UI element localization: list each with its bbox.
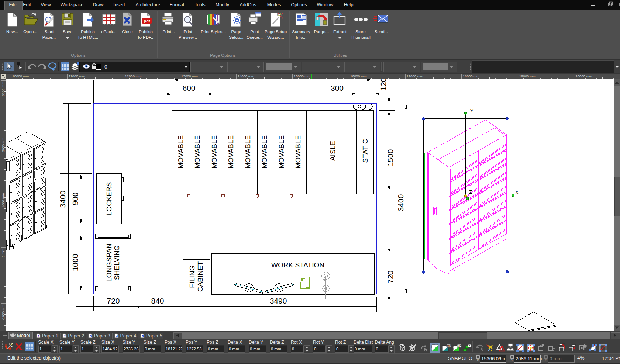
svg-text:MOVABLE: MOVABLE [278, 135, 285, 169]
svg-text:17000 mm: 17000 mm [407, 74, 423, 78]
svg-text:12000 mm: 12000 mm [125, 74, 142, 78]
svg-text:13000 mm: 13000 mm [181, 74, 198, 78]
svg-text:X: X [477, 358, 479, 361]
svg-text:MOVABLE: MOVABLE [244, 135, 252, 169]
svg-text:840: 840 [151, 297, 164, 305]
svg-text:720: 720 [107, 297, 120, 305]
svg-text:WORK STATION: WORK STATION [271, 261, 324, 269]
svg-text:Z: Z [469, 189, 472, 195]
svg-text:MOVABLE: MOVABLE [177, 135, 185, 169]
svg-text:900: 900 [71, 192, 79, 205]
svg-text:FILING: FILING [188, 265, 196, 288]
svg-text:10000 mm: 10000 mm [12, 74, 29, 78]
svg-text:4: 4 [116, 334, 118, 338]
svg-text:LONGSPAN: LONGSPAN [105, 243, 113, 282]
svg-text:STATIC: STATIC [361, 139, 369, 163]
svg-text:Y: Y [511, 358, 513, 361]
svg-text:MOVABLE: MOVABLE [261, 135, 268, 169]
svg-text:19000 mm: 19000 mm [519, 74, 536, 78]
svg-text:18000 mm: 18000 mm [463, 74, 479, 78]
svg-text:2: 2 [64, 334, 66, 338]
svg-text:15000 mm: 15000 mm [294, 74, 310, 78]
svg-text:120: 120 [379, 79, 388, 91]
svg-text:SHELVING: SHELVING [113, 245, 121, 280]
svg-text:3000 mm: 3000 mm [1, 82, 5, 96]
svg-text:AISLE: AISLE [329, 141, 337, 161]
svg-text:20000 mm: 20000 mm [575, 74, 592, 78]
svg-text:1: 1 [38, 334, 40, 338]
svg-text:Y: Y [470, 108, 473, 114]
svg-text:Z: Z [545, 358, 547, 361]
svg-text:pdf: pdf [144, 19, 150, 23]
svg-text:MOVABLE: MOVABLE [193, 135, 201, 169]
svg-text:-1000 mm: -1000 mm [1, 304, 5, 320]
svg-text:MP: MP [447, 345, 451, 347]
svg-text:MOVABLE: MOVABLE [227, 135, 235, 169]
svg-text:600: 600 [182, 84, 195, 92]
svg-text:3: 3 [90, 334, 92, 338]
svg-text:CABINET: CABINET [196, 261, 204, 292]
svg-text:14000 mm: 14000 mm [238, 74, 254, 78]
svg-text:1000: 1000 [71, 254, 79, 271]
svg-text:3400: 3400 [58, 191, 67, 208]
svg-text:1500: 1500 [386, 149, 395, 167]
svg-text:MOVABLE: MOVABLE [294, 135, 302, 169]
svg-text:3400: 3400 [396, 194, 405, 212]
svg-text:3490: 3490 [270, 297, 287, 305]
svg-text:720: 720 [386, 270, 395, 283]
svg-text:X: X [515, 190, 519, 195]
svg-text:0 mm: 0 mm [1, 249, 5, 257]
svg-text:LOCKERS: LOCKERS [105, 182, 113, 216]
svg-text:300: 300 [331, 84, 344, 92]
svg-text:1000 mm: 1000 mm [1, 193, 5, 208]
svg-text:KP: KP [458, 345, 462, 347]
svg-text:2000 mm: 2000 mm [1, 137, 5, 152]
svg-text:5: 5 [142, 334, 144, 338]
svg-text:F: F [469, 345, 470, 347]
svg-text:MOVABLE: MOVABLE [210, 135, 218, 169]
svg-text:16000 mm: 16000 mm [350, 74, 367, 78]
svg-text:11000 mm: 11000 mm [69, 74, 85, 78]
